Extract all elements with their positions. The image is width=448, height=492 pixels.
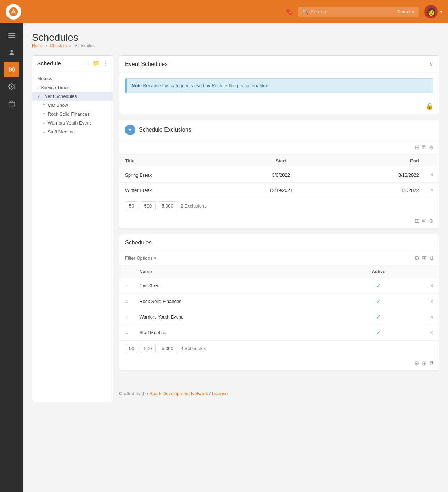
svg-rect-1 — [8, 33, 15, 34]
grid-icon[interactable]: ⊞ — [422, 255, 427, 261]
gear-icon[interactable]: ⚙ — [414, 255, 419, 261]
add-bottom-icon[interactable]: ⊕ — [429, 217, 433, 224]
delete-schedule-icon[interactable]: × — [430, 330, 433, 336]
sidebar-item-briefcase[interactable] — [4, 96, 19, 111]
sched-gear-bottom-icon[interactable]: ⚙ — [414, 360, 419, 367]
tree-sub-item-staff-meeting[interactable]: ≡ Staff Meeting — [39, 127, 113, 136]
tree-item-metrics[interactable]: Metrics — [32, 74, 113, 83]
sched-page-500-button[interactable]: 500 — [140, 344, 156, 353]
add-icon[interactable]: ⊕ — [429, 144, 433, 151]
list-icon: ≡ — [43, 120, 46, 126]
col-title: Title — [119, 155, 231, 167]
delete-icon[interactable]: × — [430, 187, 433, 193]
event-schedules-subitems: ≡ Car Show ≡ Rock Solid Finances ≡ Warri… — [32, 101, 113, 136]
main-content: Schedules Home › Check-in › Schedules Sc… — [23, 23, 448, 492]
card-footer-icons: 🔒 — [119, 99, 439, 114]
footer-text: Crafted by the — [119, 391, 148, 396]
search-bar[interactable]: 🔍 Search ▾ — [298, 7, 419, 17]
exclusions-icon: ✦ — [125, 125, 135, 135]
right-panel: Event Schedules ∨ Note Because this cate… — [119, 55, 439, 402]
page-50-button[interactable]: 50 — [125, 201, 138, 210]
table-row: ≡ Staff Meeting ✓ × — [119, 325, 439, 341]
search-input[interactable] — [310, 9, 394, 15]
metrics-label: Metrics — [37, 76, 52, 81]
exclusions-header: ✦ Schedule Exclusions — [119, 120, 439, 140]
event-schedules-chevron-icon: ∨ — [37, 94, 40, 99]
delete-icon[interactable]: × — [430, 172, 433, 178]
footer-separator: / — [209, 391, 212, 396]
delete-schedule-icon[interactable]: × — [430, 314, 433, 320]
bookmark-icon[interactable]: 🔖 — [285, 7, 294, 16]
svg-point-6 — [11, 68, 13, 71]
col-drag — [119, 265, 134, 278]
add-schedule-icon[interactable]: + — [86, 60, 90, 67]
footer-license-link[interactable]: License — [212, 391, 228, 396]
schedule-panel-title: Schedule — [37, 60, 86, 66]
exclusion-end-winter: 1/8/2022 — [331, 183, 425, 198]
exclusion-delete-spring[interactable]: × — [425, 167, 439, 183]
sidebar-item-checkin[interactable] — [4, 62, 19, 77]
list-icon: ≡ — [43, 111, 46, 117]
copy-icon[interactable]: ⧉ — [422, 144, 426, 151]
user-menu-caret-icon[interactable]: ▾ — [440, 9, 442, 15]
footer-spark-link[interactable]: Spark Development Network — [149, 391, 208, 396]
svg-point-4 — [11, 50, 13, 52]
active-check-icon: ✓ — [376, 298, 381, 304]
drag-handle-icon[interactable]: ≡ — [125, 330, 128, 336]
collapse-icon[interactable]: ∨ — [429, 61, 433, 67]
table-row: Winter Break 12/19/2021 1/8/2022 × — [119, 183, 439, 198]
sidebar-item-person[interactable] — [4, 45, 19, 60]
schedule-panel: Schedule + 📁 ⋮ Metrics › Service Times ∨… — [32, 55, 113, 402]
drag-handle-icon[interactable]: ≡ — [125, 314, 128, 320]
col-delete — [425, 265, 439, 278]
delete-schedule-icon[interactable]: × — [430, 283, 433, 289]
schedules-count: 4 Schedules — [181, 346, 206, 351]
sched-copy-bottom-icon[interactable]: ⧉ — [430, 360, 433, 367]
exclusion-end-spring: 3/13/2022 — [331, 167, 425, 183]
sched-page-50-button[interactable]: 50 — [125, 344, 138, 353]
active-check-icon: ✓ — [376, 283, 381, 289]
folder-icon[interactable]: 📁 — [93, 60, 100, 67]
avatar[interactable]: 👩 — [424, 5, 438, 18]
sidebar-item-settings[interactable] — [4, 79, 19, 94]
page-header: Schedules Home › Check-in › Schedules — [32, 32, 439, 48]
sidebar-item-menu[interactable] — [4, 28, 19, 43]
sched-page-5000-button[interactable]: 5,000 — [158, 344, 177, 353]
schedules-title: Schedules — [125, 239, 433, 246]
copy-schedules-icon[interactable]: ⧉ — [430, 255, 433, 261]
tree-sub-item-car-show[interactable]: ≡ Car Show — [39, 101, 113, 110]
page-500-button[interactable]: 500 — [140, 201, 156, 210]
top-navigation: 🔖 🔍 Search ▾ 👩 ▾ — [0, 0, 448, 23]
tree-item-event-schedules[interactable]: ∨ Event Schedules — [32, 92, 113, 101]
search-caret-icon: ▾ — [412, 9, 414, 15]
delete-schedule-icon[interactable]: × — [430, 298, 433, 304]
tree-item-service-times[interactable]: › Service Times — [32, 83, 113, 92]
svg-rect-7 — [9, 102, 15, 106]
schedule-name-warriors: Warriors Youth Event — [134, 309, 332, 325]
tree-sub-item-warriors[interactable]: ≡ Warriors Youth Event — [39, 118, 113, 127]
copy-bottom-icon[interactable]: ⧉ — [422, 217, 426, 224]
tree-sub-item-rock-solid[interactable]: ≡ Rock Solid Finances — [39, 110, 113, 118]
grid-view-bottom-icon[interactable]: ⊞ — [415, 217, 419, 224]
event-schedules-card-header: Event Schedules ∨ — [119, 56, 439, 73]
breadcrumb-home[interactable]: Home — [32, 43, 43, 48]
schedule-menu-icon[interactable]: ⋮ — [102, 60, 108, 67]
schedule-exclusions-section: ✦ Schedule Exclusions ⊞ ⧉ ⊕ Title Start — [119, 120, 439, 228]
schedules-card: Schedules Filter Options ▾ ⚙ ⊞ ⧉ — [119, 234, 439, 371]
drag-handle-icon[interactable]: ≡ — [125, 299, 128, 304]
event-schedules-title: Event Schedules — [125, 61, 429, 67]
breadcrumb-checkin[interactable]: Check-in — [50, 43, 67, 48]
exclusion-delete-winter[interactable]: × — [425, 183, 439, 198]
page-5000-button[interactable]: 5,000 — [158, 201, 177, 210]
drag-handle-icon[interactable]: ≡ — [125, 283, 128, 289]
filter-options-button[interactable]: Filter Options ▾ — [125, 255, 156, 261]
sched-grid-bottom-icon[interactable]: ⊞ — [422, 360, 427, 367]
logo[interactable] — [6, 4, 21, 20]
search-button[interactable]: Search — [397, 9, 412, 15]
note-box: Note Because this category is used by Ro… — [125, 78, 433, 93]
schedules-pagination: 50 500 5,000 4 Schedules — [119, 341, 439, 356]
note-text: Because this category is used by Rock, e… — [143, 83, 270, 88]
grid-view-icon[interactable]: ⊞ — [415, 144, 419, 151]
table-row: ≡ Warriors Youth Event ✓ × — [119, 309, 439, 325]
schedule-name-carshow: Car Show — [134, 278, 332, 294]
